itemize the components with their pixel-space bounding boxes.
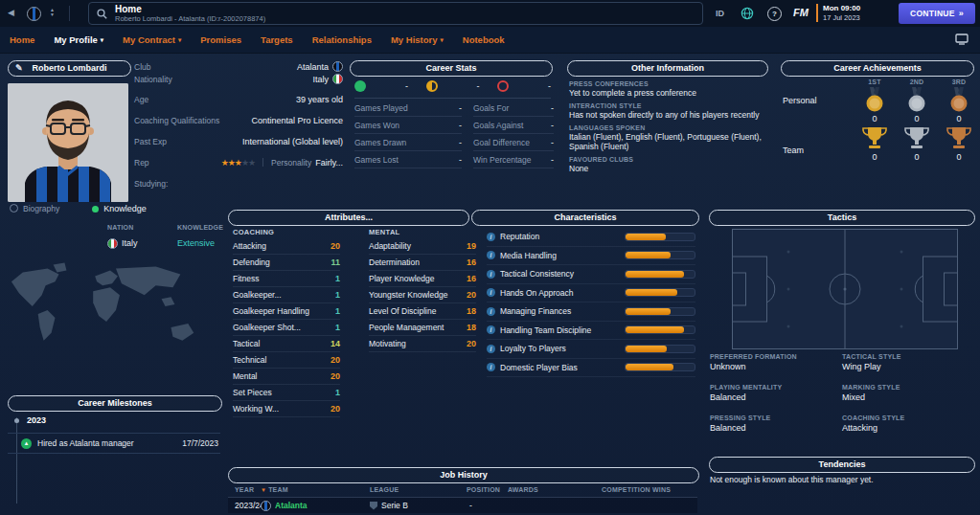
tactics-info-value: Attacking (842, 423, 974, 433)
knowledge-table: ItalyExtensive (107, 236, 222, 250)
continue-button[interactable]: CONTINUE » (899, 3, 975, 24)
attribute-name: Goalkeeper... (233, 290, 282, 300)
info-icon[interactable]: i (487, 345, 495, 353)
characteristic-bar (625, 251, 695, 259)
attribute-value: 20 (330, 241, 340, 251)
info-section: PRESS CONFERENCESYet to complete a press… (569, 80, 766, 98)
past-exp-value: International (Global level) (242, 137, 343, 146)
career-stat-indicator: - (426, 80, 480, 92)
attribute-value: 20 (330, 371, 340, 381)
milestone-hire-icon: ▴ (21, 438, 32, 449)
info-icon[interactable]: i (487, 251, 495, 259)
milestone-entry[interactable]: ▴Hired as Atalanta manager17/7/2023 (8, 433, 220, 454)
globe-icon[interactable] (741, 7, 754, 20)
age-row: Age 39 years old (134, 94, 343, 104)
characteristic-bar (625, 233, 695, 241)
tendencies-header: Tendencies (709, 457, 975, 473)
job-history-header-position[interactable]: POSITION (467, 486, 500, 493)
characteristic-row: iManaging Finances (487, 302, 695, 322)
attribute-value: 1 (335, 388, 340, 397)
past-exp-label: Past Exp (134, 137, 167, 146)
nav-tab-label: My History (391, 34, 438, 45)
stat-label: Goal Difference (473, 138, 530, 147)
characteristic-name: Loyalty To Players (500, 344, 620, 353)
club-value[interactable]: Atalanta (297, 62, 329, 72)
info-icon[interactable]: i (487, 270, 495, 279)
manager-name-box[interactable]: ✎ Roberto Lombardi (8, 60, 131, 77)
jh-team[interactable]: Atalanta (261, 498, 308, 513)
characteristic-row: iLoyalty To Players (487, 340, 695, 359)
nav-tab-label: Home (10, 34, 34, 45)
attribute-value: 20 (467, 339, 476, 348)
attribute-name: Tactical (233, 339, 260, 348)
attribute-name: Set Pieces (233, 388, 272, 397)
studying-row: Studying: (134, 178, 343, 189)
job-history-header-year[interactable]: YEAR (235, 486, 254, 493)
help-icon[interactable]: ? (767, 7, 782, 21)
info-section-label: LANGUAGES SPOKEN (569, 124, 766, 131)
nav-tab-promises[interactable]: Promises (200, 34, 241, 45)
job-history-row[interactable]: 2023/24AtalantaSerie B- (228, 498, 697, 513)
job-history-header-team[interactable]: ▼TEAM (261, 486, 288, 493)
characteristic-name: Managing Finances (500, 306, 620, 316)
monitor-icon[interactable] (955, 34, 969, 45)
personal-count: 0 (896, 114, 938, 123)
characteristic-row: iHandling Team Discipline (487, 322, 695, 341)
stat-value: - (459, 138, 462, 147)
nav-tab-targets[interactable]: Targets (261, 34, 293, 45)
tactics-info-cell: PRESSING STYLEBalanced (710, 414, 842, 433)
characteristics-header: Characteristics (471, 210, 699, 226)
tactics-info-cell: TACTICAL STYLEWing Play (842, 353, 974, 371)
info-icon[interactable]: i (487, 363, 495, 371)
job-history-header-awards[interactable]: AWARDS (508, 486, 538, 493)
search-icon[interactable] (97, 9, 107, 19)
job-history-header-league[interactable]: LEAGUE (370, 486, 399, 493)
career-stats-indicators: --- (354, 80, 551, 99)
info-section-text: None (569, 164, 766, 173)
tab-biography[interactable]: Biography (10, 204, 59, 213)
fm-logo[interactable]: FM (793, 7, 809, 18)
id-button[interactable]: ID (716, 9, 724, 18)
nav-tab-my-history[interactable]: My History▾ (391, 34, 444, 45)
qualifications-value: Continental Pro Licence (251, 116, 343, 125)
attribute-value: 19 (467, 241, 476, 251)
past-exp-row: Past Exp International (Global level) (134, 136, 343, 146)
nav-tab-label: Promises (200, 34, 241, 45)
stat-value: - (551, 138, 554, 147)
tactics-info-label: MARKING STYLE (842, 384, 974, 391)
stat-row: Games Played- (354, 100, 462, 117)
info-icon[interactable]: i (487, 288, 495, 297)
attribute-name: Mental (233, 371, 258, 381)
manager-portrait (8, 83, 128, 202)
personal-count: 0 (938, 114, 980, 123)
info-section-text: Has not spoken directly to any of his pl… (569, 110, 766, 120)
characteristic-bar-fill (626, 308, 671, 315)
nav-tab-my-contract[interactable]: My Contract▾ (123, 34, 181, 45)
back-icon[interactable]: ◀ (8, 9, 14, 17)
club-crest-icon[interactable] (27, 7, 41, 21)
edit-pencil-icon[interactable]: ✎ (15, 61, 23, 76)
tab-knowledge[interactable]: Knowledge (92, 204, 147, 213)
history-chevrons-icon[interactable]: ▲▼ (50, 8, 55, 17)
nav-tab-home[interactable]: Home (10, 34, 34, 45)
characteristic-name: Reputation (500, 232, 620, 241)
info-section-label: INTERACTION STYLE (569, 102, 766, 109)
nav-tab-notebook[interactable]: Notebook (463, 34, 505, 45)
timeline-line (16, 417, 17, 504)
info-icon[interactable]: i (487, 233, 495, 241)
place-header: 3rd (938, 78, 980, 85)
nav-tab-relationships[interactable]: Relationships (312, 34, 372, 45)
job-history-header-competition-wins[interactable]: COMPETITION WINS (602, 486, 671, 493)
nav-tab-my-profile[interactable]: My Profile▾ (54, 34, 103, 45)
attribute-value: 18 (467, 306, 476, 316)
attribute-row: Goalkeeper Shot...1 (233, 320, 340, 336)
info-icon[interactable]: i (487, 307, 495, 316)
personality-value[interactable]: Fairly... (315, 158, 343, 168)
personality-label: Personality (271, 158, 311, 168)
italy-flag-icon (107, 238, 118, 249)
info-icon[interactable]: i (487, 325, 495, 334)
knowledge-row[interactable]: ItalyExtensive (107, 236, 222, 250)
tactics-info-label: TACTICAL STYLE (842, 353, 974, 360)
chevron-down-icon: ▾ (178, 36, 181, 44)
chevron-down-icon: ▾ (101, 36, 103, 44)
